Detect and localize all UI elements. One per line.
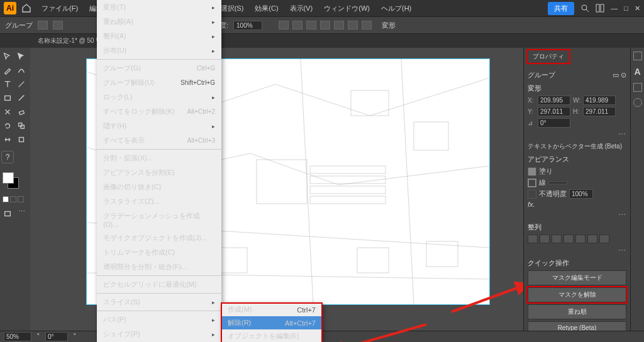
type-tool-icon[interactable] — [1, 78, 14, 91]
rotation-field[interactable]: 0° — [45, 332, 68, 341]
edit-toolbar-icon[interactable]: ⋯ — [15, 205, 28, 218]
color-mode-icon[interactable] — [3, 196, 9, 202]
align-icon[interactable] — [320, 21, 330, 30]
menu-item[interactable]: 分布(U) — [97, 43, 221, 58]
free-transform-tool-icon[interactable] — [15, 133, 28, 146]
dock-icon[interactable] — [633, 52, 642, 60]
more-options-icon[interactable]: ⋯ — [528, 210, 626, 219]
fill-swatch-icon[interactable] — [528, 167, 536, 176]
curvature-tool-icon[interactable] — [15, 64, 28, 77]
align-bottom-icon[interactable] — [587, 234, 597, 243]
opacity-swatch-icon[interactable] — [528, 190, 536, 199]
share-button[interactable]: 共有 — [548, 2, 574, 15]
shaper-tool-icon[interactable] — [1, 106, 14, 118]
rotation-dropdown-icon[interactable]: ˅ — [73, 333, 77, 341]
w-field[interactable]: 419.989 — [583, 96, 616, 105]
scale-tool-icon[interactable] — [15, 119, 28, 132]
home-icon[interactable] — [21, 3, 31, 13]
pen-tool-icon[interactable] — [1, 64, 14, 77]
opacity-field[interactable]: 100% — [233, 21, 262, 30]
none-mode-icon[interactable] — [18, 196, 24, 202]
distribute-icon[interactable] — [599, 234, 609, 243]
menu-item[interactable]: トリムマークを作成(C) — [97, 245, 221, 260]
stroke-swatch-icon[interactable] — [53, 21, 63, 30]
properties-tab[interactable]: プロパティ — [528, 50, 569, 63]
align-icon[interactable] — [362, 21, 372, 30]
menu-item[interactable]: ピクセルグリッドに最適化(M) — [97, 277, 221, 292]
more-options-icon[interactable]: ⋯ — [528, 246, 626, 255]
gradient-mode-icon[interactable] — [10, 196, 16, 202]
line-tool-icon[interactable] — [15, 78, 28, 91]
fill-swatch-icon[interactable] — [38, 21, 48, 30]
panel-icons[interactable]: ▭ ⊙ — [613, 71, 626, 79]
eraser-tool-icon[interactable] — [15, 106, 28, 118]
menu-item[interactable]: 隠す(H) — [97, 119, 221, 133]
transform-label[interactable]: 変形 — [382, 21, 396, 30]
more-options-icon[interactable]: ⋯ — [528, 130, 626, 138]
menu-item[interactable]: グラデーションメッシュを作成(D)... — [97, 209, 221, 231]
menu-effect[interactable]: 効果(C) — [250, 1, 283, 16]
arrange-icon[interactable] — [596, 4, 604, 13]
brush-tool-icon[interactable] — [15, 92, 28, 104]
align-left-icon[interactable] — [528, 234, 538, 243]
menu-item[interactable]: シェイプ(P) — [97, 327, 221, 341]
menu-item[interactable]: 変形(T) — [97, 0, 221, 14]
menu-file[interactable]: ファイル(F) — [36, 1, 83, 16]
submenu-make[interactable]: 作成(M)Ctrl+7 — [221, 303, 322, 316]
fx-label[interactable]: fx. — [528, 201, 535, 208]
direct-selection-tool-icon[interactable] — [15, 50, 28, 63]
menu-item[interactable]: 透明部分を分割・統合(F)... — [97, 260, 221, 274]
align-icon[interactable] — [334, 21, 344, 30]
x-field[interactable]: 209.995 — [538, 96, 570, 105]
align-top-icon[interactable] — [564, 234, 574, 243]
window-maximize-icon[interactable]: □ — [624, 4, 628, 12]
dock-icon[interactable] — [633, 98, 642, 107]
stroke-weight-field[interactable] — [548, 182, 567, 184]
submenu-release[interactable]: 解除(R)Alt+Ctrl+7 — [221, 316, 322, 329]
selection-tool-icon[interactable] — [1, 50, 14, 63]
align-icon[interactable] — [279, 21, 289, 30]
stroke-swatch-icon[interactable] — [528, 179, 536, 187]
release-mask-button[interactable]: マスクを解除 — [528, 287, 626, 302]
help-tool-icon[interactable]: ? — [1, 151, 14, 163]
menu-item[interactable]: グループ解除(U)Shift+Ctrl+G — [97, 75, 221, 90]
window-minimize-icon[interactable]: — — [611, 4, 618, 12]
text-to-vector-label[interactable]: テキストからベクター生成 (Beta) — [528, 143, 622, 150]
zoom-field[interactable]: 50% — [4, 332, 31, 341]
menu-item[interactable]: 分割・拡張(X)... — [97, 151, 221, 165]
zoom-dropdown-icon[interactable]: ˅ — [36, 333, 40, 341]
screen-mode-icon[interactable] — [1, 207, 14, 220]
menu-item[interactable]: ロック(L) — [97, 90, 221, 104]
opacity-value-field[interactable]: 100% — [569, 189, 593, 199]
align-icon[interactable] — [306, 21, 316, 30]
svg-rect-12 — [310, 166, 386, 174]
window-close-icon[interactable]: ✕ — [635, 4, 640, 13]
arrange-button[interactable]: 重ね順 — [528, 304, 626, 319]
menu-window[interactable]: ウィンドウ(W) — [319, 1, 375, 16]
align-icon[interactable] — [292, 21, 303, 30]
h-field[interactable]: 297.011 — [583, 107, 616, 116]
menu-view[interactable]: 表示(V) — [285, 1, 318, 16]
align-vcenter-icon[interactable] — [575, 234, 586, 243]
menu-help[interactable]: ヘルプ(H) — [376, 1, 416, 16]
width-tool-icon[interactable] — [1, 133, 14, 146]
menu-item[interactable]: スライス(S) — [97, 295, 221, 309]
search-icon[interactable] — [580, 4, 589, 13]
mask-edit-mode-button[interactable]: マスク編集モード — [528, 270, 626, 285]
menu-item[interactable]: 重ね順(A) — [97, 14, 221, 29]
dock-icon[interactable]: A — [634, 67, 640, 77]
menu-item[interactable]: ラスタライズ(Z)... — [97, 194, 221, 209]
submenu-edit[interactable]: オブジェクトを編集(E) — [221, 329, 322, 342]
menu-item[interactable]: 整列(A) — [97, 29, 221, 43]
menu-item[interactable]: パス(P) — [97, 312, 221, 327]
fill-label: 塗り — [539, 167, 553, 176]
align-icon[interactable] — [348, 21, 358, 30]
y-field[interactable]: 297.011 — [538, 107, 570, 116]
angle-field[interactable]: 0° — [538, 118, 570, 128]
fill-stroke-swatches[interactable] — [3, 172, 28, 191]
rotate-tool-icon[interactable] — [1, 119, 14, 132]
rectangle-tool-icon[interactable] — [1, 92, 14, 104]
align-right-icon[interactable] — [552, 234, 562, 243]
align-hcenter-icon[interactable] — [540, 234, 550, 243]
dock-icon[interactable] — [633, 83, 642, 92]
